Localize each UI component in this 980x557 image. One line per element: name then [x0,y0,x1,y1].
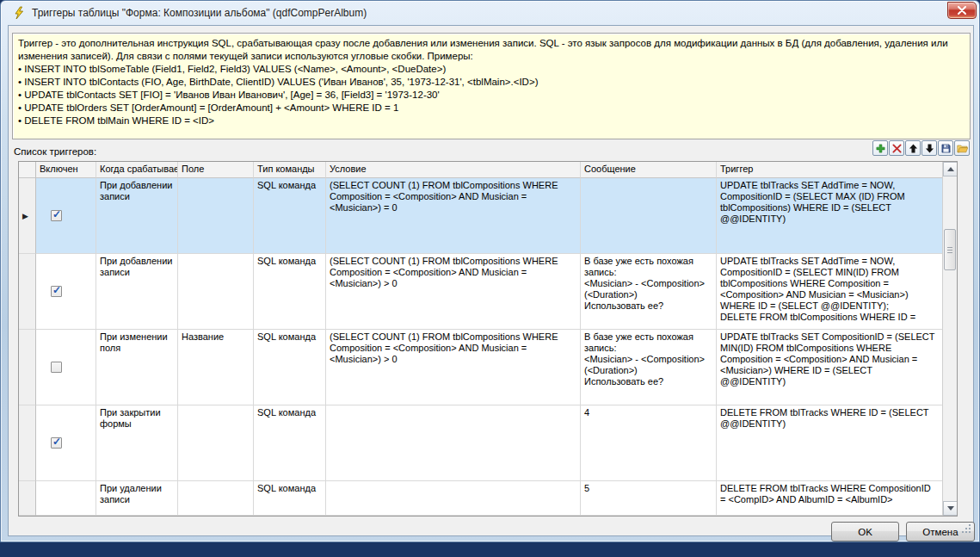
cell-condition[interactable]: (SELECT COUNT (1) FROM tblCompositions W… [326,178,581,254]
cell-trigger[interactable]: UPDATE tblTracks SET AddTime = NOW, Comp… [717,178,942,254]
cell-field[interactable] [178,405,254,481]
column-header-trigger[interactable]: Триггер [717,162,942,178]
column-header-command-type[interactable]: Тип команды [254,162,326,178]
cell-when[interactable]: При закрытии формы [96,405,178,481]
arrow-up-icon [909,144,918,153]
trigger-grid: Включен Когда срабатывает Поле Тип коман… [18,161,958,517]
cell-command-type[interactable]: SQL команда [254,330,326,405]
save-button[interactable] [938,140,953,156]
cell-trigger[interactable]: DELETE FROM tblTracks WHERE CompositionI… [717,481,942,516]
cell-trigger[interactable]: UPDATE tblTracks SET AddTime = NOW, Comp… [717,254,942,330]
help-example: • INSERT INTO tblSomeTable (Field1, Fiel… [18,63,965,76]
column-header-message[interactable]: Сообщение [581,162,717,178]
cell-message[interactable]: 5 [581,481,717,516]
grid-header: Включен Когда срабатывает Поле Тип коман… [19,162,942,178]
trigger-help-text: Триггер - это дополнительная инструкция … [12,33,971,139]
enabled-checkbox[interactable] [51,286,62,297]
add-trigger-button[interactable] [872,140,888,156]
help-example: • UPDATE tblContacts SET [FIO] = 'Иванов… [18,89,965,102]
vertical-scrollbar[interactable] [942,162,957,516]
cell-condition[interactable] [326,405,581,481]
floppy-disk-icon [941,144,951,153]
enabled-checkbox[interactable] [51,362,62,373]
cell-field[interactable] [178,178,254,254]
cell-condition[interactable]: (SELECT COUNT (1) FROM tblCompositions W… [326,254,581,330]
enabled-checkbox[interactable] [51,437,62,449]
table-row[interactable]: При добавлении записи SQL команда (SELEC… [19,178,942,254]
cell-command-type[interactable]: SQL команда [254,254,326,330]
move-up-button[interactable] [905,140,921,156]
scroll-up-icon [947,167,954,171]
cell-message[interactable]: В базе уже есть похожая запись: <Musicia… [581,254,717,330]
move-down-button[interactable] [921,140,937,156]
column-header-when[interactable]: Когда срабатывает [96,162,178,178]
enabled-checkbox[interactable] [51,210,62,221]
row-selector[interactable] [19,405,36,481]
scroll-down-icon [947,506,954,511]
column-header-field[interactable]: Поле [178,162,254,178]
red-x-icon [892,144,902,153]
scroll-up-button[interactable] [943,162,958,176]
cell-message[interactable]: В базе уже есть похожая запись: <Musicia… [581,330,717,405]
cell-when[interactable]: При изменении поля [96,330,178,405]
column-header-condition[interactable]: Условие [326,162,581,178]
trigger-toolbar [872,140,970,156]
cell-when[interactable]: При удалении записи [96,481,178,516]
dialog-client-area: Триггер - это дополнительная инструкция … [8,25,974,536]
plus-icon [876,144,885,153]
cell-field[interactable] [178,254,254,330]
help-example: • UPDATE tblOrders SET [OrderAmount] = [… [18,102,965,114]
table-row[interactable]: При добавлении записи SQL команда (SELEC… [19,254,942,330]
help-example: • DELETE FROM tblMain WHERE ID = <ID> [18,114,965,127]
cell-condition[interactable] [326,481,581,516]
cell-command-type[interactable]: SQL команда [254,178,326,254]
help-intro: Триггер - это дополнительная инструкция … [18,37,965,63]
cell-field[interactable]: Название [178,330,254,405]
cell-condition[interactable]: (SELECT COUNT (1) FROM tblCompositions W… [326,330,581,405]
cell-command-type[interactable]: SQL команда [254,405,326,481]
cell-message[interactable] [581,178,717,254]
row-selector[interactable] [19,330,36,405]
trigger-list-label: Список триггеров: [14,146,96,157]
current-row-indicator[interactable] [19,178,36,254]
cell-when[interactable]: При добавлении записи [96,254,178,330]
close-icon [958,6,966,15]
lightning-icon [12,6,26,20]
cell-when[interactable]: При добавлении записи [96,178,178,254]
table-row[interactable]: При удалении записи SQL команда 5 DELETE… [19,481,942,516]
row-selector[interactable] [19,254,36,330]
open-folder-icon [957,144,968,153]
window-title: Триггеры таблицы "Форма: Композиции альб… [32,7,367,19]
arrow-down-icon [925,144,934,153]
titlebar[interactable]: Триггеры таблицы "Форма: Композиции альб… [1,1,979,25]
cell-command-type[interactable]: SQL команда [254,481,326,516]
delete-trigger-button[interactable] [889,140,904,156]
cell-message[interactable]: 4 [581,405,717,481]
help-example: • INSERT INTO tblContacts (FIO, Age, Bir… [18,76,965,89]
cell-trigger[interactable]: UPDATE tblTracks SET CompositionID = (SE… [717,330,942,405]
close-button[interactable] [947,2,977,19]
ok-button[interactable]: OK [831,522,899,542]
table-row[interactable]: При закрытии формы SQL команда 4 DELETE … [19,405,942,481]
column-header-enabled[interactable]: Включен [36,162,96,178]
scrollbar-thumb[interactable] [944,229,956,270]
row-selector[interactable] [19,481,36,516]
dialog-window: Триггеры таблицы "Форма: Композиции альб… [0,0,980,542]
cell-trigger[interactable]: DELETE FROM tblTracks WHERE ID = (SELECT… [717,405,942,481]
open-button[interactable] [954,140,970,156]
table-row[interactable]: При изменении поля Название SQL команда … [19,330,942,405]
cell-field[interactable] [178,481,254,516]
scroll-down-button[interactable] [943,501,958,516]
resize-grip[interactable] [961,523,972,535]
header-row-selector [19,162,36,178]
